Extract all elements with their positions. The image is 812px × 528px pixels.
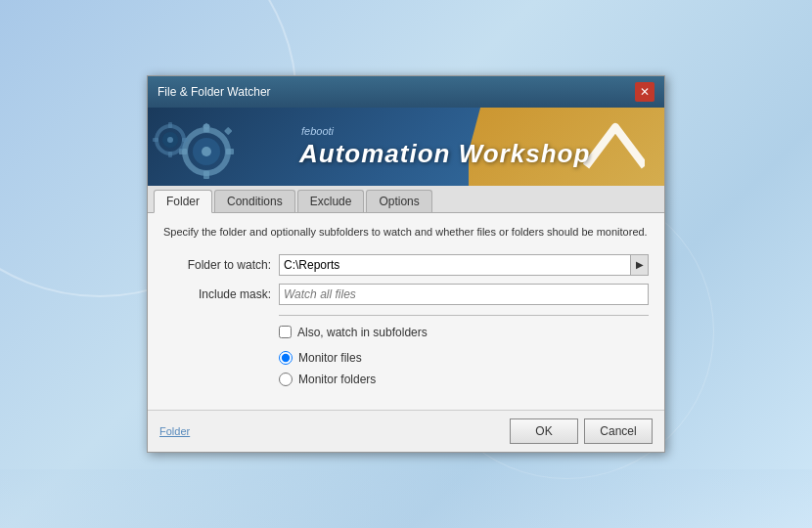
monitor-folders-label[interactable]: Monitor folders [298, 373, 376, 386]
svg-point-11 [167, 137, 173, 143]
window-reflection [0, 469, 812, 528]
tab-conditions[interactable]: Conditions [214, 190, 295, 212]
include-mask-row: Include mask: [163, 284, 649, 305]
browse-button[interactable]: ▶ [631, 254, 649, 276]
tab-folder[interactable]: Folder [154, 190, 212, 213]
monitor-folders-row: Monitor folders [279, 373, 649, 386]
folder-watch-row: Folder to watch: ▶ [163, 254, 649, 276]
monitor-radio-group: Monitor files Monitor folders [279, 351, 649, 386]
monitor-files-label[interactable]: Monitor files [298, 351, 362, 365]
include-mask-input[interactable] [279, 284, 649, 305]
monitor-files-radio[interactable] [279, 351, 293, 365]
divider [279, 315, 649, 316]
svg-rect-14 [153, 138, 158, 142]
subfolders-row: Also, watch in subfolders [279, 326, 649, 339]
footer-buttons: OK Cancel [510, 418, 653, 444]
folder-watch-input-wrap: ▶ [279, 254, 649, 276]
svg-rect-12 [168, 122, 172, 128]
svg-rect-6 [226, 149, 234, 154]
tab-exclude[interactable]: Exclude [297, 190, 365, 212]
folder-watch-input[interactable] [279, 254, 631, 276]
form-description: Specify the folder and optionally subfol… [163, 225, 649, 240]
monitor-files-row: Monitor files [279, 351, 649, 365]
ok-button[interactable]: OK [510, 418, 578, 444]
gear-icon [153, 112, 299, 186]
folder-watch-label: Folder to watch: [163, 258, 271, 272]
tab-bar: Folder Conditions Exclude Options [148, 186, 664, 213]
cancel-button[interactable]: Cancel [584, 418, 653, 444]
banner-title: Automation Workshop [299, 139, 664, 169]
dialog-footer: Folder OK Cancel [148, 410, 664, 452]
close-button[interactable]: ✕ [635, 82, 654, 102]
dialog-title: File & Folder Watcher [158, 85, 271, 99]
svg-point-2 [202, 147, 211, 156]
form-area: Specify the folder and optionally subfol… [148, 213, 664, 409]
title-bar: File & Folder Watcher ✕ [148, 76, 664, 108]
svg-rect-4 [203, 171, 209, 179]
svg-rect-15 [182, 138, 188, 142]
include-mask-input-wrap [279, 284, 649, 305]
banner-subtitle: febooti [301, 125, 664, 137]
svg-rect-8 [224, 127, 232, 135]
monitor-folders-radio[interactable] [279, 373, 293, 386]
banner: febooti Automation Workshop [148, 108, 664, 186]
include-mask-label: Include mask: [163, 287, 271, 301]
dialog-window: File & Folder Watcher ✕ [147, 75, 665, 452]
subfolders-label[interactable]: Also, watch in subfolders [297, 326, 428, 339]
svg-rect-13 [168, 152, 172, 157]
footer-link[interactable]: Folder [159, 425, 190, 437]
subfolders-checkbox[interactable] [279, 326, 292, 338]
tab-options[interactable]: Options [366, 190, 431, 212]
